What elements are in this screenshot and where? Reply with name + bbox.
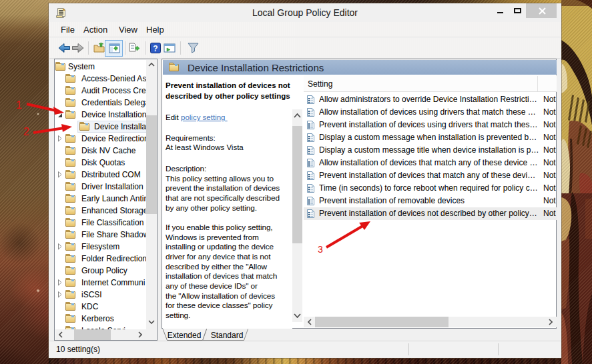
svg-text:Extended: Extended [168, 331, 202, 340]
svg-text:Standard: Standard [211, 331, 244, 340]
